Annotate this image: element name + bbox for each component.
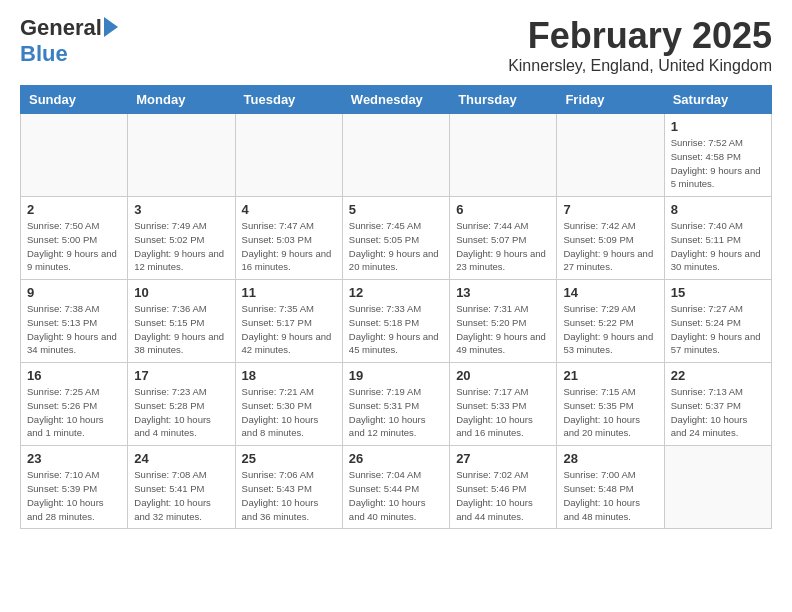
day-info: Sunrise: 7:00 AM Sunset: 5:48 PM Dayligh… xyxy=(563,468,657,523)
day-number: 21 xyxy=(563,368,657,383)
day-info: Sunrise: 7:25 AM Sunset: 5:26 PM Dayligh… xyxy=(27,385,121,440)
day-number: 28 xyxy=(563,451,657,466)
calendar-cell: 14Sunrise: 7:29 AM Sunset: 5:22 PM Dayli… xyxy=(557,280,664,363)
day-info: Sunrise: 7:31 AM Sunset: 5:20 PM Dayligh… xyxy=(456,302,550,357)
day-number: 10 xyxy=(134,285,228,300)
logo-wrapper: General xyxy=(20,15,118,41)
day-number: 19 xyxy=(349,368,443,383)
header: General Blue February 2025 Kinnersley, E… xyxy=(20,15,772,75)
day-info: Sunrise: 7:04 AM Sunset: 5:44 PM Dayligh… xyxy=(349,468,443,523)
calendar-cell: 13Sunrise: 7:31 AM Sunset: 5:20 PM Dayli… xyxy=(450,280,557,363)
calendar-cell: 2Sunrise: 7:50 AM Sunset: 5:00 PM Daylig… xyxy=(21,197,128,280)
day-info: Sunrise: 7:47 AM Sunset: 5:03 PM Dayligh… xyxy=(242,219,336,274)
day-info: Sunrise: 7:38 AM Sunset: 5:13 PM Dayligh… xyxy=(27,302,121,357)
day-number: 7 xyxy=(563,202,657,217)
day-info: Sunrise: 7:10 AM Sunset: 5:39 PM Dayligh… xyxy=(27,468,121,523)
calendar-cell xyxy=(128,114,235,197)
calendar-cell: 5Sunrise: 7:45 AM Sunset: 5:05 PM Daylig… xyxy=(342,197,449,280)
day-number: 5 xyxy=(349,202,443,217)
calendar-cell xyxy=(235,114,342,197)
day-info: Sunrise: 7:49 AM Sunset: 5:02 PM Dayligh… xyxy=(134,219,228,274)
calendar-week-4: 16Sunrise: 7:25 AM Sunset: 5:26 PM Dayli… xyxy=(21,363,772,446)
weekday-header-friday: Friday xyxy=(557,86,664,114)
title-block: February 2025 Kinnersley, England, Unite… xyxy=(508,15,772,75)
page: General Blue February 2025 Kinnersley, E… xyxy=(0,0,792,544)
day-info: Sunrise: 7:19 AM Sunset: 5:31 PM Dayligh… xyxy=(349,385,443,440)
day-number: 22 xyxy=(671,368,765,383)
day-number: 23 xyxy=(27,451,121,466)
calendar-week-5: 23Sunrise: 7:10 AM Sunset: 5:39 PM Dayli… xyxy=(21,446,772,529)
day-number: 24 xyxy=(134,451,228,466)
calendar-table: SundayMondayTuesdayWednesdayThursdayFrid… xyxy=(20,85,772,529)
day-number: 16 xyxy=(27,368,121,383)
calendar-cell: 1Sunrise: 7:52 AM Sunset: 4:58 PM Daylig… xyxy=(664,114,771,197)
day-info: Sunrise: 7:21 AM Sunset: 5:30 PM Dayligh… xyxy=(242,385,336,440)
day-number: 8 xyxy=(671,202,765,217)
calendar-cell xyxy=(557,114,664,197)
day-number: 2 xyxy=(27,202,121,217)
calendar-cell: 8Sunrise: 7:40 AM Sunset: 5:11 PM Daylig… xyxy=(664,197,771,280)
day-info: Sunrise: 7:44 AM Sunset: 5:07 PM Dayligh… xyxy=(456,219,550,274)
calendar-cell: 7Sunrise: 7:42 AM Sunset: 5:09 PM Daylig… xyxy=(557,197,664,280)
day-number: 12 xyxy=(349,285,443,300)
calendar-cell: 25Sunrise: 7:06 AM Sunset: 5:43 PM Dayli… xyxy=(235,446,342,529)
logo-general-text: General xyxy=(20,15,118,41)
day-info: Sunrise: 7:42 AM Sunset: 5:09 PM Dayligh… xyxy=(563,219,657,274)
day-info: Sunrise: 7:45 AM Sunset: 5:05 PM Dayligh… xyxy=(349,219,443,274)
weekday-header-tuesday: Tuesday xyxy=(235,86,342,114)
calendar-cell: 16Sunrise: 7:25 AM Sunset: 5:26 PM Dayli… xyxy=(21,363,128,446)
calendar-cell: 23Sunrise: 7:10 AM Sunset: 5:39 PM Dayli… xyxy=(21,446,128,529)
calendar-cell: 28Sunrise: 7:00 AM Sunset: 5:48 PM Dayli… xyxy=(557,446,664,529)
calendar-week-1: 1Sunrise: 7:52 AM Sunset: 4:58 PM Daylig… xyxy=(21,114,772,197)
day-info: Sunrise: 7:50 AM Sunset: 5:00 PM Dayligh… xyxy=(27,219,121,274)
day-number: 13 xyxy=(456,285,550,300)
calendar-cell: 18Sunrise: 7:21 AM Sunset: 5:30 PM Dayli… xyxy=(235,363,342,446)
day-info: Sunrise: 7:08 AM Sunset: 5:41 PM Dayligh… xyxy=(134,468,228,523)
calendar-cell: 17Sunrise: 7:23 AM Sunset: 5:28 PM Dayli… xyxy=(128,363,235,446)
day-number: 6 xyxy=(456,202,550,217)
day-info: Sunrise: 7:33 AM Sunset: 5:18 PM Dayligh… xyxy=(349,302,443,357)
day-number: 17 xyxy=(134,368,228,383)
calendar-cell: 21Sunrise: 7:15 AM Sunset: 5:35 PM Dayli… xyxy=(557,363,664,446)
day-number: 18 xyxy=(242,368,336,383)
logo: General Blue xyxy=(20,15,118,67)
calendar-cell: 12Sunrise: 7:33 AM Sunset: 5:18 PM Dayli… xyxy=(342,280,449,363)
calendar-cell xyxy=(342,114,449,197)
calendar-cell: 10Sunrise: 7:36 AM Sunset: 5:15 PM Dayli… xyxy=(128,280,235,363)
day-info: Sunrise: 7:15 AM Sunset: 5:35 PM Dayligh… xyxy=(563,385,657,440)
calendar-cell: 3Sunrise: 7:49 AM Sunset: 5:02 PM Daylig… xyxy=(128,197,235,280)
calendar-cell: 4Sunrise: 7:47 AM Sunset: 5:03 PM Daylig… xyxy=(235,197,342,280)
calendar-cell: 9Sunrise: 7:38 AM Sunset: 5:13 PM Daylig… xyxy=(21,280,128,363)
day-number: 11 xyxy=(242,285,336,300)
day-number: 9 xyxy=(27,285,121,300)
calendar-cell xyxy=(450,114,557,197)
calendar-cell: 11Sunrise: 7:35 AM Sunset: 5:17 PM Dayli… xyxy=(235,280,342,363)
calendar-cell: 20Sunrise: 7:17 AM Sunset: 5:33 PM Dayli… xyxy=(450,363,557,446)
day-number: 26 xyxy=(349,451,443,466)
day-info: Sunrise: 7:35 AM Sunset: 5:17 PM Dayligh… xyxy=(242,302,336,357)
calendar-subtitle: Kinnersley, England, United Kingdom xyxy=(508,57,772,75)
logo-blue-text: Blue xyxy=(20,41,68,67)
weekday-header-wednesday: Wednesday xyxy=(342,86,449,114)
day-number: 3 xyxy=(134,202,228,217)
logo-arrow-icon xyxy=(104,17,118,37)
calendar-title: February 2025 xyxy=(508,15,772,57)
calendar-cell: 15Sunrise: 7:27 AM Sunset: 5:24 PM Dayli… xyxy=(664,280,771,363)
weekday-header-saturday: Saturday xyxy=(664,86,771,114)
weekday-header-monday: Monday xyxy=(128,86,235,114)
calendar-cell: 22Sunrise: 7:13 AM Sunset: 5:37 PM Dayli… xyxy=(664,363,771,446)
calendar-cell: 24Sunrise: 7:08 AM Sunset: 5:41 PM Dayli… xyxy=(128,446,235,529)
weekday-header-row: SundayMondayTuesdayWednesdayThursdayFrid… xyxy=(21,86,772,114)
calendar-cell: 26Sunrise: 7:04 AM Sunset: 5:44 PM Dayli… xyxy=(342,446,449,529)
day-number: 15 xyxy=(671,285,765,300)
day-info: Sunrise: 7:06 AM Sunset: 5:43 PM Dayligh… xyxy=(242,468,336,523)
calendar-cell xyxy=(21,114,128,197)
day-number: 20 xyxy=(456,368,550,383)
calendar-header: SundayMondayTuesdayWednesdayThursdayFrid… xyxy=(21,86,772,114)
day-info: Sunrise: 7:52 AM Sunset: 4:58 PM Dayligh… xyxy=(671,136,765,191)
day-number: 1 xyxy=(671,119,765,134)
day-info: Sunrise: 7:02 AM Sunset: 5:46 PM Dayligh… xyxy=(456,468,550,523)
day-number: 14 xyxy=(563,285,657,300)
calendar-week-3: 9Sunrise: 7:38 AM Sunset: 5:13 PM Daylig… xyxy=(21,280,772,363)
calendar-week-2: 2Sunrise: 7:50 AM Sunset: 5:00 PM Daylig… xyxy=(21,197,772,280)
